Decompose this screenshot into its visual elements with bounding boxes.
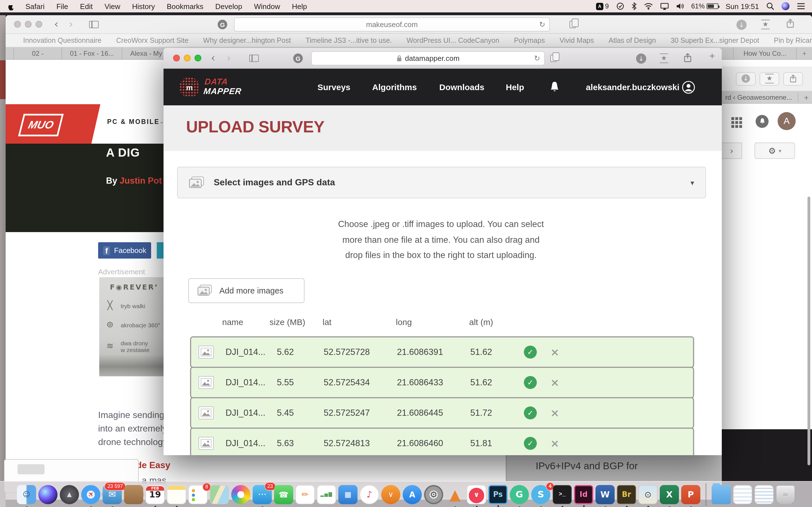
close-button[interactable] bbox=[173, 55, 180, 61]
tab-01-fox[interactable]: 01 - Fox - 16... bbox=[62, 47, 122, 60]
reload-icon[interactable]: ↻ bbox=[534, 54, 540, 62]
scrollbar[interactable] bbox=[808, 196, 810, 465]
remove-file-button[interactable]: × bbox=[550, 347, 559, 357]
dock-item[interactable]: ✏ bbox=[296, 485, 315, 504]
share-icon[interactable] bbox=[783, 72, 803, 86]
add-more-images-button[interactable]: Add more images bbox=[188, 278, 305, 303]
dock-item[interactable]: ♪ bbox=[360, 485, 379, 504]
collapse-caret-icon[interactable]: ▾ bbox=[691, 178, 694, 187]
datamapper-wordmark[interactable]: DATA MAPPER bbox=[203, 76, 243, 96]
dock-item[interactable]: S 4 bbox=[531, 485, 550, 504]
notifications-bell-icon[interactable] bbox=[549, 81, 560, 93]
wifi-icon[interactable] bbox=[644, 3, 653, 10]
dock-item[interactable]: X bbox=[660, 485, 679, 504]
dock-item[interactable] bbox=[733, 485, 752, 504]
new-tab-button[interactable]: + bbox=[797, 47, 812, 60]
bookmark-item[interactable]: Vivid Maps bbox=[560, 36, 594, 44]
dock-item[interactable]: >_ bbox=[553, 485, 572, 504]
menu-item[interactable]: History bbox=[132, 2, 155, 10]
bookmark-item[interactable]: 30 Superb Ex...signer Depot bbox=[671, 36, 759, 44]
menu-item[interactable]: View bbox=[105, 2, 120, 10]
avatar[interactable]: A bbox=[777, 112, 796, 130]
minimize-button[interactable] bbox=[25, 21, 32, 27]
dock-item[interactable]: ∨ bbox=[467, 485, 486, 504]
favorites-icon[interactable]: ★ bbox=[760, 72, 779, 86]
todo-check-status-icon[interactable] bbox=[616, 2, 624, 10]
dock-item[interactable] bbox=[210, 485, 229, 504]
forward-button[interactable]: › bbox=[227, 52, 231, 63]
facebook-share-button[interactable]: f Facebook bbox=[98, 242, 151, 259]
new-tab-button[interactable]: + bbox=[709, 51, 715, 62]
dock-item[interactable]: FEB 19 bbox=[146, 485, 165, 504]
dock-item[interactable]: Id bbox=[574, 485, 593, 504]
dock-item[interactable]: W bbox=[596, 485, 615, 504]
share-icon[interactable] bbox=[683, 53, 692, 62]
bookmark-item[interactable]: Polymaps bbox=[514, 36, 545, 44]
bluetooth-icon[interactable] bbox=[631, 2, 637, 10]
menu-item[interactable]: Bookmarks bbox=[167, 2, 203, 10]
dock-item[interactable]: Br bbox=[617, 485, 636, 504]
close-button[interactable] bbox=[14, 21, 21, 27]
sidebar-icon[interactable] bbox=[89, 21, 99, 28]
dock-item[interactable]: ☺ bbox=[17, 485, 36, 504]
dock-item[interactable] bbox=[124, 485, 143, 504]
bookmark-item[interactable]: Timeline JS3 -...itive to use. bbox=[306, 36, 392, 44]
nav-link[interactable]: Surveys bbox=[317, 82, 350, 92]
notifications-bell-icon[interactable] bbox=[756, 115, 769, 128]
dock-item[interactable]: ∨ bbox=[381, 485, 400, 504]
menu-item[interactable]: Window bbox=[254, 2, 280, 10]
grammarly-extension-icon[interactable]: G bbox=[218, 20, 227, 29]
nav-link[interactable]: Downloads bbox=[439, 82, 485, 92]
back-button[interactable]: ‹ bbox=[211, 52, 215, 63]
datamapper-logo-icon[interactable]: m bbox=[179, 77, 200, 98]
remove-file-button[interactable]: × bbox=[550, 438, 559, 449]
dock-item[interactable]: A bbox=[403, 485, 422, 504]
settings-gear-button[interactable]: ⚙ ▾ bbox=[755, 143, 795, 159]
dock-item[interactable] bbox=[705, 483, 707, 506]
dock-item[interactable]: ✈ bbox=[81, 485, 100, 504]
notification-center-icon[interactable] bbox=[797, 3, 805, 10]
forward-button[interactable]: › bbox=[69, 18, 73, 29]
dock-item[interactable]: ✉ 23 597 bbox=[103, 485, 122, 504]
volume-icon[interactable] bbox=[676, 3, 684, 10]
dock-item[interactable]: G bbox=[510, 485, 529, 504]
menu-item[interactable]: File bbox=[56, 2, 68, 10]
dock-item[interactable]: Ps bbox=[488, 485, 507, 504]
grammarly-extension-icon[interactable]: G bbox=[293, 54, 303, 63]
bookmark-item[interactable]: Pin by Ricardo...s | Pinterest bbox=[774, 36, 812, 44]
makeuseof-logo[interactable]: MUO bbox=[18, 114, 64, 136]
remove-file-button[interactable]: × bbox=[550, 377, 559, 388]
back-button[interactable]: ‹ bbox=[54, 18, 58, 29]
dock-item[interactable]: ☎ bbox=[274, 485, 293, 504]
user-avatar-icon[interactable] bbox=[682, 80, 695, 94]
spotlight-search-icon[interactable] bbox=[766, 2, 774, 10]
address-bar[interactable]: makeuseof.com ↻ bbox=[234, 17, 550, 32]
zoom-button[interactable] bbox=[195, 55, 201, 61]
advertisement-banner[interactable]: F◉REVER’ ╳ tryb walki ⊚ akrobacje 360° ≋… bbox=[99, 277, 169, 376]
copy-page-icon[interactable] bbox=[550, 55, 557, 62]
menu-item[interactable]: Safari bbox=[26, 2, 45, 10]
airplay-icon[interactable] bbox=[660, 3, 668, 10]
menu-item[interactable]: Edit bbox=[80, 2, 93, 10]
tab-02[interactable]: 02 - bbox=[14, 47, 62, 60]
dock-item[interactable]: P bbox=[681, 485, 700, 504]
bookmark-item[interactable]: Why designer...hington Post bbox=[203, 36, 291, 44]
menu-item[interactable]: Help bbox=[292, 2, 307, 10]
dock-item[interactable]: ⊙ bbox=[638, 485, 658, 504]
adobe-cc-status-icon[interactable]: A 9 bbox=[596, 2, 609, 10]
minimize-button[interactable] bbox=[184, 55, 191, 61]
dock-item[interactable] bbox=[231, 485, 250, 504]
tab-how-you[interactable]: How You Co... bbox=[733, 47, 797, 60]
dock-item[interactable]: ▂▅▇ bbox=[317, 485, 336, 504]
siri-icon[interactable] bbox=[781, 2, 790, 10]
bookmark-item[interactable]: Innovation Questionnaire bbox=[23, 36, 101, 44]
dock-item[interactable] bbox=[755, 485, 774, 504]
tab-stub[interactable] bbox=[6, 47, 14, 60]
share-icon[interactable] bbox=[786, 18, 795, 28]
reload-icon[interactable]: ↻ bbox=[539, 20, 545, 29]
bookmark-item[interactable]: Atlas of Design bbox=[609, 36, 656, 44]
dock-item[interactable]: ⚙ bbox=[424, 485, 443, 504]
tab-geoawesome[interactable]: rd ‹ Geoawesomene... bbox=[725, 93, 792, 101]
bookmark-item[interactable]: WordPress UI... CodeCanyon bbox=[407, 36, 499, 44]
favorites-icon[interactable]: ★ bbox=[660, 54, 668, 63]
